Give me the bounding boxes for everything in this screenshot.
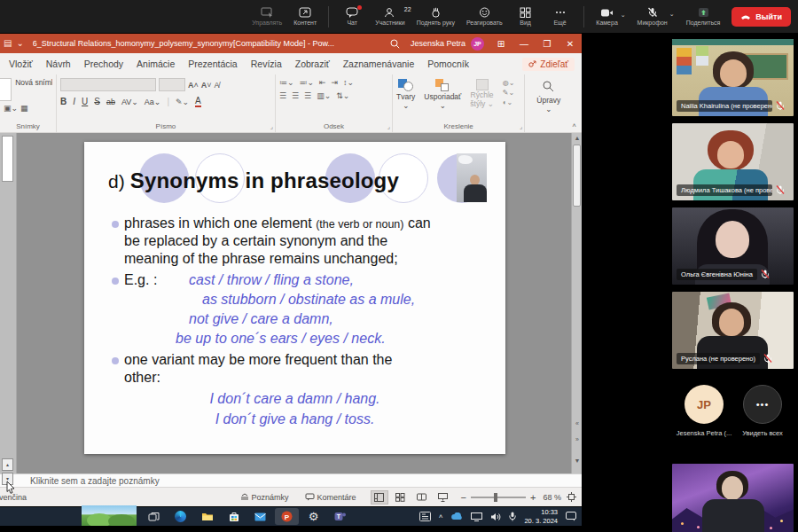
- columns-button[interactable]: ▥⌄: [317, 91, 331, 100]
- tab-prechody[interactable]: Prechody: [84, 59, 123, 69]
- shape-effects-button[interactable]: ◐⌄: [503, 98, 515, 106]
- bullets-button[interactable]: ≔⌄: [279, 78, 294, 87]
- participant-video-tile[interactable]: [672, 464, 794, 532]
- increase-indent-button[interactable]: ⇥: [332, 78, 339, 87]
- participant-video-tile[interactable]: Руслана (не проверено): [672, 292, 794, 369]
- search-icon[interactable]: [390, 39, 400, 49]
- text-shadow-button[interactable]: ab: [106, 98, 115, 106]
- slide-sorter-view-button[interactable]: [392, 490, 410, 505]
- normal-view-button[interactable]: [371, 490, 388, 505]
- notes-pane[interactable]: Kliknite sem a zadajte poznámky: [0, 473, 582, 487]
- settings-icon[interactable]: ⚙: [301, 508, 325, 525]
- slide-thumbnail-pane[interactable]: [0, 133, 17, 473]
- microphone-chevron-icon[interactable]: ⌄: [669, 11, 675, 18]
- slideshow-view-button[interactable]: [434, 490, 452, 505]
- italic-button[interactable]: I: [73, 97, 75, 106]
- participant-video-tile[interactable]: Nailia Khairulina (не проверено): [672, 39, 794, 116]
- shape-fill-button[interactable]: ◍⌄: [503, 79, 515, 87]
- editing-button[interactable]: Úpravy⌄: [528, 78, 568, 113]
- slide-canvas[interactable]: d) Synonyms in phraseology phrases in wh…: [84, 142, 505, 454]
- comments-toggle-button[interactable]: Komentáre: [305, 493, 356, 502]
- edge-icon[interactable]: [168, 508, 192, 525]
- reading-view-button[interactable]: [413, 490, 431, 505]
- scroll-down-arrow-icon[interactable]: ▼: [572, 456, 583, 466]
- shapes-button[interactable]: Tvary⌄: [396, 79, 415, 110]
- avatar-initials[interactable]: JP: [685, 385, 724, 424]
- font-name-combobox[interactable]: [60, 78, 156, 91]
- tab-zobrazit[interactable]: Zobraziť: [295, 59, 330, 69]
- widgets-icon[interactable]: [419, 512, 431, 521]
- text-direction-button[interactable]: ⇅⌄: [336, 91, 349, 100]
- camera-button[interactable]: ⌄ Камера: [596, 8, 619, 26]
- align-right-button[interactable]: ☰: [304, 91, 311, 100]
- shrink-font-button[interactable]: A˅: [201, 81, 212, 90]
- grow-font-button[interactable]: A˄: [188, 81, 199, 90]
- next-slide-button[interactable]: »: [572, 434, 583, 445]
- slide-thumbnail[interactable]: [2, 136, 13, 182]
- underline-button[interactable]: U: [82, 97, 88, 106]
- remote-control-button[interactable]: Управлять: [252, 7, 282, 26]
- leave-meeting-button[interactable]: Выйти: [732, 7, 791, 27]
- store-icon[interactable]: [222, 508, 246, 525]
- restore-button[interactable]: ❐: [536, 34, 559, 53]
- teams-icon[interactable]: T: [328, 508, 352, 525]
- tab-pomocnik[interactable]: Pomocník: [427, 59, 469, 69]
- align-left-button[interactable]: ☰: [279, 91, 286, 100]
- reset-slide-icon[interactable]: ▦: [20, 104, 28, 113]
- zoom-slider-thumb[interactable]: [494, 493, 497, 502]
- onedrive-icon[interactable]: [450, 512, 463, 520]
- notifications-icon[interactable]: [566, 512, 576, 521]
- strikethrough-button[interactable]: S: [94, 97, 100, 106]
- quick-styles-button[interactable]: Rýchleštýly ⌄: [470, 79, 493, 108]
- reactions-button[interactable]: Реагировать: [466, 7, 503, 26]
- vertical-scrollbar[interactable]: ▲ « » ▼: [571, 133, 582, 473]
- bold-button[interactable]: B: [60, 97, 66, 106]
- tab-zaznamenavanie[interactable]: Zaznamenávanie: [343, 59, 415, 69]
- share-document-button[interactable]: Zdieľať: [522, 58, 575, 71]
- numbering-button[interactable]: ≕⌄: [299, 78, 314, 87]
- participants-button[interactable]: 22 Участники: [375, 7, 404, 26]
- ribbon-display-options-button[interactable]: ⊞: [489, 34, 512, 53]
- participant-video-tile[interactable]: Ольга Євгенівна Юніна: [672, 207, 794, 285]
- content-button[interactable]: Контент: [293, 7, 317, 26]
- camera-chevron-icon[interactable]: ⌄: [621, 12, 626, 19]
- arrange-button[interactable]: Usporiadať⌄: [424, 79, 461, 110]
- account-name[interactable]: Jesenska Petra: [411, 39, 466, 48]
- thumbnail-scroll-button[interactable]: ▴: [2, 458, 13, 471]
- zoom-out-button[interactable]: −: [461, 492, 466, 503]
- highlight-color-button[interactable]: ✎⌄: [176, 98, 189, 106]
- notes-toggle-button[interactable]: Poznámky: [240, 493, 289, 502]
- volume-icon[interactable]: [490, 512, 501, 521]
- quick-access-chevron-icon[interactable]: ⌄: [16, 39, 23, 48]
- tab-animacie[interactable]: Animácie: [137, 59, 175, 69]
- fit-slide-to-window-icon[interactable]: [567, 492, 576, 502]
- scrollbar-thumb[interactable]: [573, 145, 581, 207]
- chat-button[interactable]: Чат: [340, 7, 364, 26]
- collapse-ribbon-button[interactable]: ˄: [572, 121, 582, 132]
- save-icon[interactable]: ▤: [4, 39, 12, 48]
- align-center-button[interactable]: ☰: [292, 91, 299, 100]
- powerpoint-taskbar-icon[interactable]: P: [275, 508, 299, 525]
- hidden-icons-chevron-icon[interactable]: ˄: [439, 512, 443, 520]
- close-button[interactable]: ✕: [559, 34, 582, 53]
- tab-prezentacia[interactable]: Prezentácia: [188, 59, 237, 69]
- font-dialog-launcher[interactable]: ⌟: [270, 123, 273, 130]
- taskbar-clock[interactable]: 10:33 20. 3. 2024: [524, 508, 558, 525]
- new-slide-button[interactable]: Nová snímka: [15, 78, 52, 88]
- more-button[interactable]: Ещё: [549, 7, 572, 26]
- new-slide-icon[interactable]: [0, 78, 12, 101]
- cast-display-icon[interactable]: [471, 512, 482, 521]
- zoom-level[interactable]: 68 %: [543, 493, 561, 502]
- font-color-button[interactable]: A: [195, 96, 201, 107]
- powerpoint-titlebar[interactable]: ▤ ⌄ 6_Structural Relations_homonymy_poly…: [0, 34, 582, 53]
- view-button[interactable]: Вид: [514, 7, 537, 26]
- decrease-indent-button[interactable]: ⇤: [319, 78, 326, 87]
- tab-navrh[interactable]: Návrh: [46, 59, 71, 69]
- microphone-button[interactable]: ⌄ Микрофон: [638, 7, 668, 26]
- raise-hand-button[interactable]: Поднять руку: [417, 7, 455, 26]
- change-case-button[interactable]: Aa⌄: [145, 98, 161, 106]
- drawing-dialog-launcher[interactable]: ⌟: [520, 123, 522, 130]
- file-explorer-icon[interactable]: [195, 508, 219, 525]
- minimize-button[interactable]: —: [512, 34, 536, 53]
- scroll-up-arrow-icon[interactable]: ▲: [572, 133, 583, 144]
